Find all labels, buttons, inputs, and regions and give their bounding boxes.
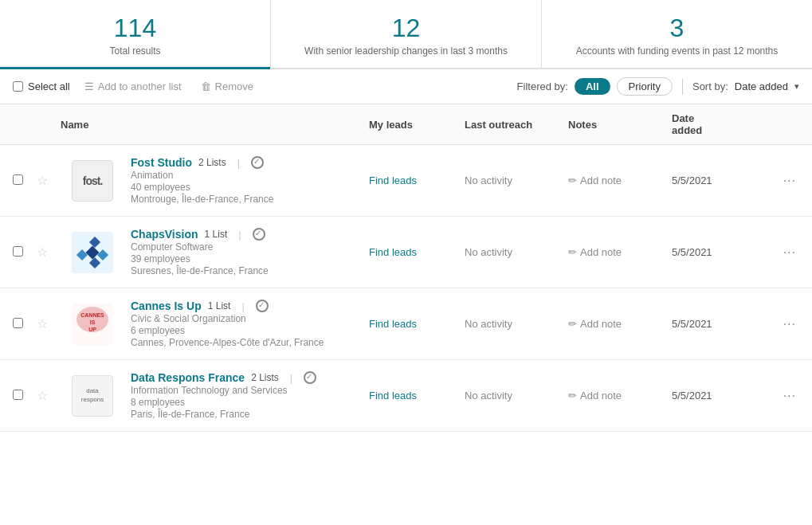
filter-priority-button[interactable]: Priority [617,77,673,96]
company-employees-1: 40 employees [131,182,369,193]
add-note-button-2[interactable]: ✏ Add note [568,246,622,258]
row-info-2: ChapsVision 1 List | Computer Software 3… [124,228,369,276]
more-options-button-3[interactable]: ··· [780,317,799,331]
stat-leadership[interactable]: 12 With senior leadership changes in las… [271,0,542,68]
verified-icon-2 [253,228,265,241]
row-outreach-2: No activity [465,246,568,258]
row-logo-1: fost. [61,160,124,202]
filter-all-button[interactable]: All [575,78,610,95]
company-name-1[interactable]: Fost Studio [131,156,192,169]
svg-rect-1 [76,249,88,261]
find-leads-button-4[interactable]: Find leads [369,390,417,402]
trash-icon: 🗑 [201,80,211,92]
row-logo-4: datarespons [61,375,124,417]
row-date-4: 5/5/2021 [672,390,767,402]
company-name-4[interactable]: Data Respons France [131,371,245,384]
pipe-1: | [237,157,240,169]
svg-rect-0 [89,237,100,248]
star-icon-4[interactable]: ☆ [37,389,48,402]
row-star-2[interactable]: ☆ [37,245,61,260]
find-leads-button-1[interactable]: Find leads [369,174,417,186]
row-leads-1: Find leads [369,174,465,186]
row-checkbox-1[interactable] [13,174,37,187]
company-location-2: Suresnes, Île-de-France, France [131,265,369,276]
verified-icon-3 [256,300,269,312]
add-to-list-button[interactable]: ☰ Add to another list [80,77,186,96]
row-star-4[interactable]: ☆ [37,388,61,403]
chevron-down-icon[interactable]: ▾ [794,81,799,92]
company-location-4: Paris, Île-de-France, France [131,409,369,420]
list-badge-4: 2 Lists [251,372,279,383]
table-row: ☆ fost. Fost Studio 2 Lists | Animation … [0,145,812,217]
star-icon-2[interactable]: ☆ [37,245,48,259]
row-check-input-4[interactable] [13,390,23,400]
row-star-1[interactable]: ☆ [37,173,61,188]
company-industry-3: Civic & Social Organization [131,313,369,324]
list-badge-1: 2 Lists [198,157,226,168]
add-note-button-4[interactable]: ✏ Add note [568,390,622,402]
sort-value: Date added [735,80,788,92]
row-info-4: Data Respons France 2 Lists | Informatio… [124,371,369,420]
row-check-input-1[interactable] [13,174,23,185]
table-row: ☆ CANNES IS UP Cannes Is Up 1 List | [0,288,812,360]
th-date-line2: added [672,124,702,136]
pencil-icon-3: ✏ [568,318,577,330]
row-actions-4: ··· [767,389,799,403]
row-check-input-3[interactable] [13,318,23,328]
stat-funding-label: Accounts with funding events in past 12 … [551,45,802,57]
add-note-button-3[interactable]: ✏ Add note [568,318,622,330]
svg-rect-3 [97,249,108,261]
stat-funding[interactable]: 3 Accounts with funding events in past 1… [542,0,812,68]
row-checkbox-2[interactable] [13,246,37,259]
add-note-text-2: Add note [580,246,622,258]
row-leads-3: Find leads [369,318,465,330]
row-notes-1: ✏ Add note [568,174,672,186]
company-employees-2: 39 employees [131,253,369,264]
find-leads-button-3[interactable]: Find leads [369,318,417,330]
list-badge-2: 1 List [205,229,228,240]
star-icon-1[interactable]: ☆ [37,174,48,187]
add-list-icon: ☰ [84,80,94,92]
company-name-2[interactable]: ChapsVision [131,228,198,241]
row-logo-3: CANNES IS UP [61,304,124,345]
company-name-3[interactable]: Cannes Is Up [131,300,202,312]
row-info-1: Fost Studio 2 Lists | Animation 40 emplo… [124,156,369,205]
svg-text:UP: UP [88,327,96,332]
filtered-by-label: Filtered by: [517,80,568,92]
row-checkbox-3[interactable] [13,318,37,331]
star-icon-3[interactable]: ☆ [37,317,48,331]
svg-rect-2 [89,257,100,268]
row-notes-4: ✏ Add note [568,390,672,402]
table-header: Name My leads Last outreach Notes Date a… [0,104,812,145]
more-options-button-2[interactable]: ··· [780,245,799,260]
stats-bar: 114 Total results 12 With senior leaders… [0,0,812,69]
th-name: Name [61,119,369,131]
more-options-button-4[interactable]: ··· [780,389,799,403]
row-date-1: 5/5/2021 [672,174,767,186]
select-all-label[interactable]: Select all [13,80,70,92]
svg-text:CANNES: CANNES [80,312,104,318]
company-industry-1: Animation [131,170,369,181]
add-note-button-1[interactable]: ✏ Add note [568,174,622,186]
divider [682,79,683,95]
row-leads-4: Find leads [369,390,465,402]
select-all-checkbox[interactable] [13,81,23,92]
row-checkbox-4[interactable] [13,390,37,402]
svg-rect-4 [86,245,100,259]
pencil-icon-4: ✏ [568,390,577,402]
row-date-3: 5/5/2021 [672,318,767,330]
more-options-button-1[interactable]: ··· [780,174,799,188]
remove-button[interactable]: 🗑 Remove [196,77,258,96]
pipe-3: | [241,300,244,312]
row-star-3[interactable]: ☆ [37,316,61,331]
row-check-input-2[interactable] [13,246,23,257]
row-actions-1: ··· [767,174,799,188]
verified-icon-1 [251,156,264,169]
pencil-icon-1: ✏ [568,174,577,186]
list-badge-3: 1 List [208,300,231,311]
th-notes: Notes [568,119,672,131]
svg-text:IS: IS [90,319,96,325]
row-leads-2: Find leads [369,246,465,258]
find-leads-button-2[interactable]: Find leads [369,246,417,258]
stat-total[interactable]: 114 Total results [0,0,271,68]
